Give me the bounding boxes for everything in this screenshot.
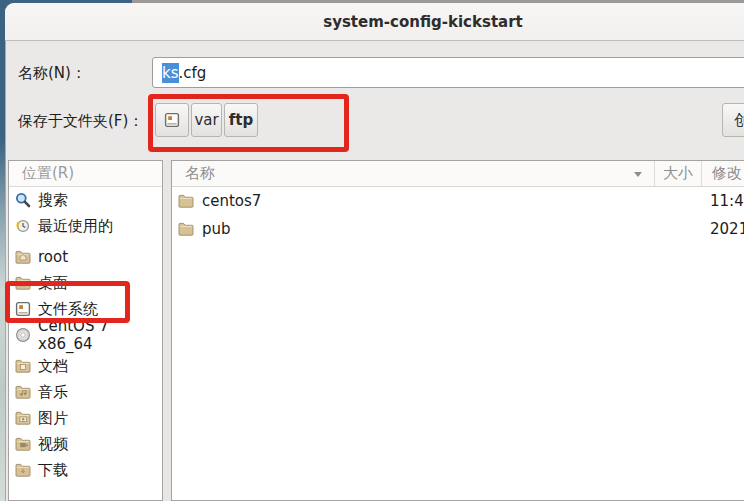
downloads-folder-icon [15, 462, 31, 478]
selected-text: ks [162, 63, 179, 83]
home-folder-icon [15, 249, 31, 265]
optical-disc-icon [15, 327, 31, 343]
sidebar-item-centos-disc[interactable]: CentOS 7 x86_64 [9, 322, 162, 348]
sidebar-item-downloads[interactable]: 下载 [9, 457, 162, 483]
places-header: 位置(R) [9, 161, 162, 187]
sidebar-item-recent[interactable]: 最近使用的 [9, 213, 162, 239]
pictures-folder-icon [15, 410, 31, 426]
save-folder-label: 保存于文件夹(F)： [18, 112, 143, 131]
file-list: 名称 大小 修改 centos7 11:44 pub 202 [171, 160, 744, 501]
filename-extension: .cfg [179, 64, 207, 82]
annotation-box-breadcrumb [148, 94, 349, 152]
file-modified: 11:44 [702, 192, 744, 210]
recent-icon [15, 218, 31, 234]
sidebar-item-root[interactable]: root [9, 244, 162, 270]
file-name: centos7 [202, 192, 261, 210]
window-title: system-config-kickstart [323, 13, 523, 31]
filename-input[interactable]: ks.cfg [152, 57, 744, 88]
places-sidebar: 位置(R) 搜索 最近使用的 root 桌面 文件系统 CentOS 7 x86… [8, 160, 163, 501]
create-folder-button[interactable]: 创 [722, 103, 744, 137]
column-header-size[interactable]: 大小 [655, 161, 702, 186]
folder-icon [177, 221, 195, 237]
panel-gap [164, 160, 171, 501]
file-list-header: 名称 大小 修改 [172, 161, 744, 187]
sidebar-item-documents[interactable]: 文档 [9, 353, 162, 379]
sidebar-item-videos[interactable]: 视频 [9, 431, 162, 457]
videos-folder-icon [15, 436, 31, 452]
column-header-name[interactable]: 名称 [172, 161, 655, 186]
file-row-centos7[interactable]: centos7 11:44 [172, 187, 744, 215]
music-folder-icon [15, 384, 31, 400]
sidebar-item-pictures[interactable]: 图片 [9, 405, 162, 431]
screenshot: system-config-kickstart 名称(N)： ks.cfg 保存… [0, 0, 744, 501]
column-header-modified[interactable]: 修改 [702, 161, 744, 186]
sort-descending-icon [634, 172, 642, 177]
search-icon [15, 192, 31, 208]
file-row-pub[interactable]: pub 2021年 [172, 215, 744, 243]
sidebar-item-music[interactable]: 音乐 [9, 379, 162, 405]
sidebar-item-search[interactable]: 搜索 [9, 187, 162, 213]
file-modified: 2021年 [702, 220, 744, 239]
filename-label: 名称(N)： [18, 64, 86, 83]
documents-folder-icon [15, 358, 31, 374]
file-name: pub [202, 220, 231, 238]
folder-icon [177, 193, 195, 209]
annotation-box-filesystem [5, 281, 130, 323]
